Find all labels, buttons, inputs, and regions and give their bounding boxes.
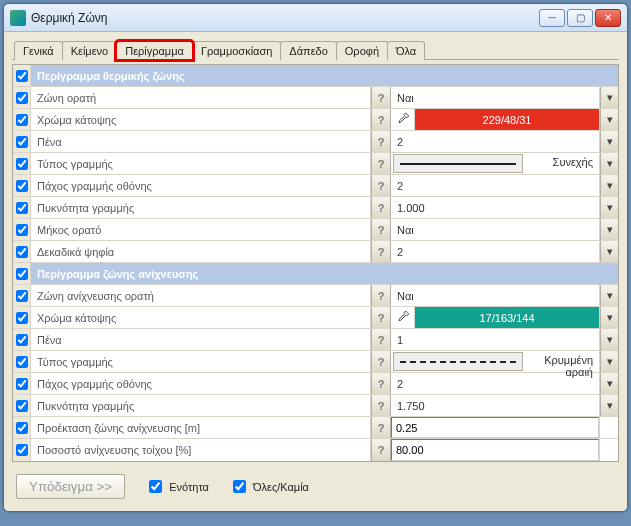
footer: Υπόδειγμα >> Ενότητα Όλες/Καμία — [12, 462, 619, 501]
dropdown-button[interactable]: ▾ — [600, 109, 618, 130]
help-button[interactable]: ? — [371, 219, 391, 240]
help-button[interactable]: ? — [371, 329, 391, 350]
help-button[interactable]: ? — [371, 285, 391, 306]
property-grid: Περίγραμμα θερμικής ζώνηςΖώνη ορατή?Ναι▾… — [12, 64, 619, 462]
tab-0[interactable]: Γενικά — [14, 41, 63, 60]
sample-button[interactable]: Υπόδειγμα >> — [16, 474, 125, 499]
help-button[interactable]: ? — [371, 395, 391, 416]
row-checkbox[interactable] — [13, 307, 31, 328]
row-checkbox[interactable] — [13, 329, 31, 350]
property-row: Ποσοστό ανίχνευσης τοίχου [%]?▾ — [13, 439, 618, 461]
section-checkbox-input[interactable] — [149, 480, 162, 493]
property-label: Τύπος γραμμής — [31, 153, 371, 174]
help-button[interactable]: ? — [371, 197, 391, 218]
section-checkbox[interactable]: Ενότητα — [145, 477, 209, 496]
eyedropper-icon[interactable] — [391, 109, 415, 130]
property-value: 2 — [391, 373, 599, 394]
tab-1[interactable]: Κείμενο — [62, 41, 118, 60]
property-input[interactable] — [391, 417, 599, 438]
dropdown-button[interactable]: ▾ — [600, 219, 618, 240]
row-checkbox[interactable] — [13, 241, 31, 262]
help-button[interactable]: ? — [371, 241, 391, 262]
property-value: 2 — [391, 175, 599, 196]
property-label: Πένα — [31, 329, 371, 350]
all-none-checkbox-input[interactable] — [233, 480, 246, 493]
property-input-wrap — [391, 439, 599, 461]
dropdown-button[interactable]: ▾ — [600, 87, 618, 108]
property-row: Χρώμα κάτοψης?229/48/31▾ — [13, 109, 618, 131]
minimize-button[interactable]: ─ — [539, 9, 565, 27]
help-button[interactable]: ? — [371, 307, 391, 328]
dropdown-button[interactable]: ▾ — [600, 131, 618, 152]
property-control: ?229/48/31 — [371, 109, 600, 130]
property-control: ?2 — [371, 241, 600, 262]
help-button[interactable]: ? — [371, 109, 391, 130]
row-checkbox[interactable] — [13, 153, 31, 174]
dropdown-button[interactable]: ▾ — [600, 175, 618, 196]
row-checkbox[interactable] — [13, 263, 31, 284]
row-checkbox[interactable] — [13, 197, 31, 218]
maximize-button[interactable]: ▢ — [567, 9, 593, 27]
property-control: ?17/163/144 — [371, 307, 600, 328]
property-label: Προέκταση ζώνης ανίχνευσης [m] — [31, 417, 371, 438]
help-button[interactable]: ? — [371, 373, 391, 394]
eyedropper-icon[interactable] — [391, 307, 415, 328]
row-checkbox[interactable] — [13, 131, 31, 152]
tab-5[interactable]: Οροφή — [336, 41, 388, 60]
dropdown-button[interactable]: ▾ — [600, 241, 618, 262]
property-control: ?Συνεχής — [371, 153, 600, 174]
tab-3[interactable]: Γραμμοσκίαση — [192, 41, 281, 60]
help-button[interactable]: ? — [371, 153, 391, 174]
property-label: Ζώνη ανίχνευσης ορατή — [31, 285, 371, 306]
row-checkbox[interactable] — [13, 109, 31, 130]
row-checkbox[interactable] — [13, 87, 31, 108]
property-control: ?Ναι — [371, 285, 600, 306]
close-button[interactable]: ✕ — [595, 9, 621, 27]
row-checkbox[interactable] — [13, 65, 31, 86]
help-button[interactable]: ? — [371, 351, 391, 372]
all-none-checkbox[interactable]: Όλες/Καμία — [229, 477, 309, 496]
help-button[interactable]: ? — [371, 131, 391, 152]
row-checkbox[interactable] — [13, 219, 31, 240]
row-checkbox[interactable] — [13, 395, 31, 416]
tab-4[interactable]: Δάπεδο — [280, 41, 336, 60]
property-row: Χρώμα κάτοψης?17/163/144▾ — [13, 307, 618, 329]
tab-6[interactable]: Όλα — [387, 41, 425, 60]
dropdown-button[interactable]: ▾ — [600, 153, 618, 174]
row-checkbox[interactable] — [13, 175, 31, 196]
tab-2[interactable]: Περίγραμμα — [116, 41, 193, 60]
property-label: Χρώμα κάτοψης — [31, 307, 371, 328]
dropdown-button[interactable]: ▾ — [600, 395, 618, 416]
dropdown-button[interactable]: ▾ — [600, 285, 618, 306]
dropdown-button[interactable]: ▾ — [600, 329, 618, 350]
content: ΓενικάΚείμενοΠερίγραμμαΓραμμοσκίασηΔάπεδ… — [4, 32, 627, 511]
row-checkbox[interactable] — [13, 285, 31, 306]
dropdown-button[interactable]: ▾ — [600, 373, 618, 394]
property-label: Μήκος ορατό — [31, 219, 371, 240]
dropdown-button[interactable]: ▾ — [600, 197, 618, 218]
color-swatch[interactable]: 17/163/144 — [415, 307, 599, 328]
property-row: Πάχος γραμμής οθόνης?2▾ — [13, 175, 618, 197]
help-button[interactable]: ? — [371, 439, 391, 461]
dropdown-button[interactable]: ▾ — [600, 351, 618, 372]
row-checkbox[interactable] — [13, 439, 31, 461]
section-checkbox-label: Ενότητα — [169, 481, 209, 493]
property-row: Ζώνη ορατή?Ναι▾ — [13, 87, 618, 109]
row-checkbox[interactable] — [13, 417, 31, 438]
tab-strip: ΓενικάΚείμενοΠερίγραμμαΓραμμοσκίασηΔάπεδ… — [12, 40, 619, 60]
window-buttons: ─ ▢ ✕ — [539, 9, 621, 27]
row-checkbox[interactable] — [13, 351, 31, 372]
property-row: Τύπος γραμμής?Συνεχής▾ — [13, 153, 618, 175]
section-title: Περίγραμμα ζώνης ανίχνευσης — [31, 263, 618, 284]
row-checkbox[interactable] — [13, 373, 31, 394]
dropdown-button[interactable]: ▾ — [600, 307, 618, 328]
line-preview — [393, 154, 523, 173]
help-button[interactable]: ? — [371, 175, 391, 196]
color-swatch[interactable]: 229/48/31 — [415, 109, 599, 130]
help-button[interactable]: ? — [371, 417, 391, 438]
help-button[interactable]: ? — [371, 87, 391, 108]
property-input[interactable] — [391, 439, 599, 461]
property-control: ?Κρυμμένη αραιή — [371, 351, 600, 372]
property-label: Τύπος γραμμής — [31, 351, 371, 372]
property-input-wrap — [391, 417, 599, 438]
